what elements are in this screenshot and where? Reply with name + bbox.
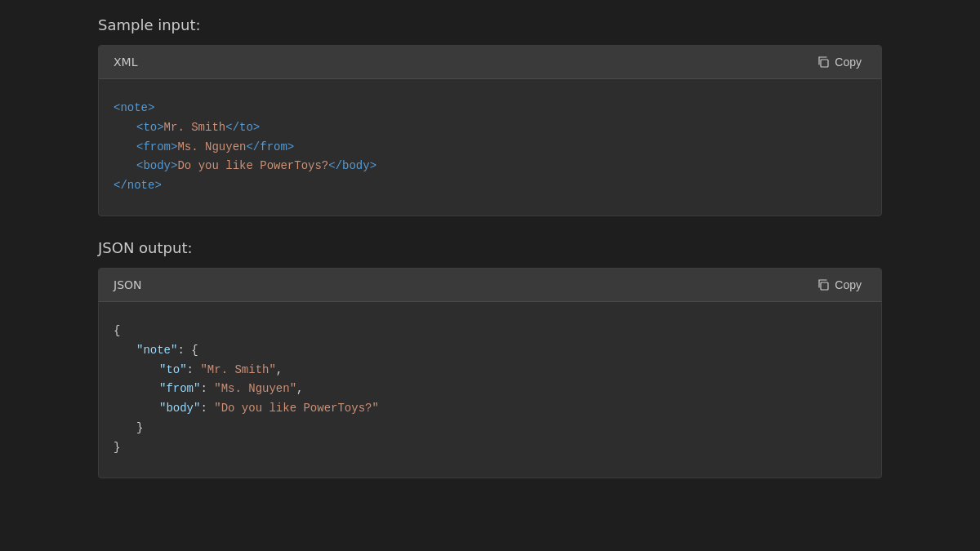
json-line-7: } xyxy=(114,438,866,458)
xml-line-3: <from>Ms. Nguyen</from> xyxy=(114,138,866,158)
xml-line-4: <body>Do you like PowerToys?</body> xyxy=(114,157,866,176)
xml-code-block: XML Copy <note> <to>Mr. Smith</to> <from… xyxy=(98,45,882,216)
json-line-1: { xyxy=(114,322,866,341)
json-line-5: "body": "Do you like PowerToys?" xyxy=(114,399,866,419)
json-line-2: "note": { xyxy=(114,341,866,361)
sample-input-section: Sample input: XML Copy <note> <to>Mr. Sm… xyxy=(98,16,882,216)
svg-rect-0 xyxy=(821,60,828,67)
json-code-content: { "note": { "to": "Mr. Smith", "from": "… xyxy=(99,302,881,478)
xml-code-content: <note> <to>Mr. Smith</to> <from>Ms. Nguy… xyxy=(99,79,881,216)
json-copy-label: Copy xyxy=(835,278,862,291)
xml-copy-label: Copy xyxy=(835,56,862,69)
xml-copy-button[interactable]: Copy xyxy=(812,54,866,70)
xml-lang-label: XML xyxy=(114,56,137,69)
json-output-label: JSON output: xyxy=(98,239,882,256)
xml-line-2: <to>Mr. Smith</to> xyxy=(114,118,866,138)
svg-rect-1 xyxy=(821,282,828,290)
json-code-header: JSON Copy xyxy=(99,269,881,302)
page-wrapper: Sample input: XML Copy <note> <to>Mr. Sm… xyxy=(98,16,882,478)
json-copy-button[interactable]: Copy xyxy=(812,277,866,293)
json-line-3: "to": "Mr. Smith", xyxy=(114,361,866,380)
json-code-block: JSON Copy { "note": { "to": "Mr. Smith",… xyxy=(98,268,882,478)
json-lang-label: JSON xyxy=(114,278,142,291)
xml-line-5: </note> xyxy=(114,176,866,196)
json-line-6: } xyxy=(114,419,866,438)
copy-icon xyxy=(817,56,830,69)
xml-code-header: XML Copy xyxy=(99,46,881,79)
copy-icon-2 xyxy=(817,278,830,291)
sample-input-label: Sample input: xyxy=(98,16,882,33)
json-output-section: JSON output: JSON Copy { "note": { "to":… xyxy=(98,239,882,478)
json-line-4: "from": "Ms. Nguyen", xyxy=(114,380,866,399)
xml-line-1: <note> xyxy=(114,99,866,118)
